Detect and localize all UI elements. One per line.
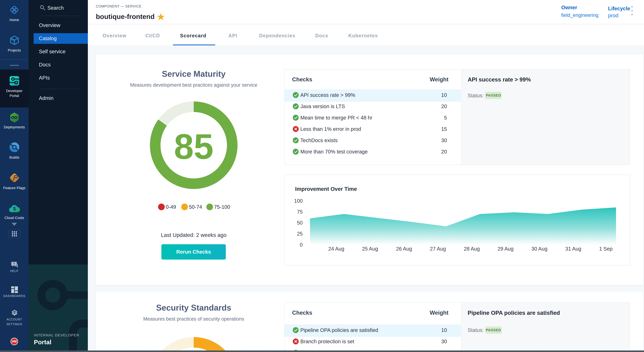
svg-text:1 Sep: 1 Sep <box>599 246 613 252</box>
svg-text:25 Aug: 25 Aug <box>362 246 378 252</box>
svg-text:28 Aug: 28 Aug <box>464 246 480 252</box>
svg-text:29 Aug: 29 Aug <box>498 246 514 252</box>
svg-text:$: $ <box>13 206 16 212</box>
svg-text:26 Aug: 26 Aug <box>396 246 412 252</box>
svg-text:?: ? <box>13 262 15 265</box>
svg-text:50: 50 <box>297 220 303 226</box>
svg-text:75: 75 <box>297 209 303 215</box>
svg-text:25: 25 <box>297 231 303 237</box>
svg-text:100: 100 <box>294 198 303 204</box>
svg-text:31 Aug: 31 Aug <box>565 246 582 252</box>
svg-text:24 Aug: 24 Aug <box>328 246 344 252</box>
svg-text:27 Aug: 27 Aug <box>430 246 446 252</box>
svg-text:0: 0 <box>300 242 303 248</box>
svg-text:30 Aug: 30 Aug <box>532 246 548 252</box>
